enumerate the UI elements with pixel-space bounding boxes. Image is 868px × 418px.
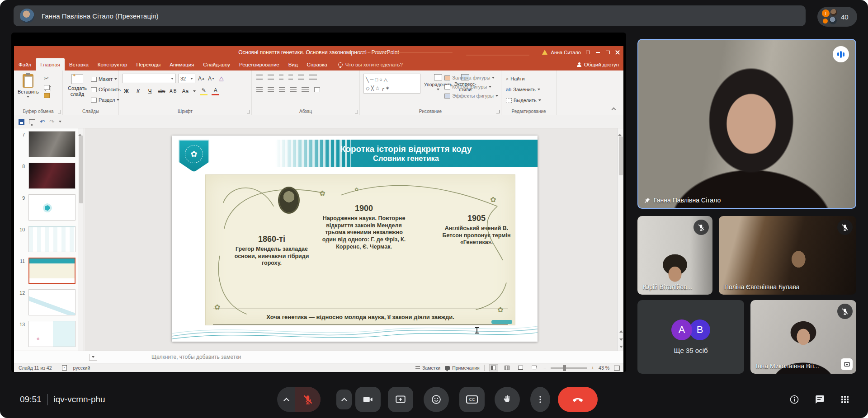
comments-toggle[interactable]: Примечания: [445, 365, 480, 371]
slide-thumbnail-row[interactable]: 11: [14, 257, 84, 286]
video-tile-polina[interactable]: Поліна Євгеніївна Булава: [719, 216, 856, 295]
copy-icon[interactable]: [44, 85, 50, 90]
format-painter-icon[interactable]: [44, 93, 50, 98]
slide-thumbnail-row[interactable]: 13: [14, 320, 84, 350]
video-tile-yurii[interactable]: Юрій Віталійов...: [637, 216, 712, 295]
present-button[interactable]: [388, 387, 413, 412]
more-options-button[interactable]: [530, 387, 550, 412]
strikethrough-button[interactable]: abc: [158, 87, 165, 95]
drawing-dialog-launcher[interactable]: [496, 110, 500, 113]
slide-12-thumbnail[interactable]: [28, 289, 75, 315]
collapse-ribbon-chevron[interactable]: [612, 108, 616, 112]
clear-formatting-icon[interactable]: ⧋: [217, 74, 225, 83]
slide-7-thumbnail[interactable]: [28, 131, 75, 157]
slide-editing-area[interactable]: ✿ Коротка історія відкриття коду Словник…: [85, 128, 618, 351]
slide-8-thumbnail[interactable]: [28, 163, 75, 189]
more-participants-tile[interactable]: A B Ще 35 осіб: [637, 300, 744, 374]
activities-button[interactable]: [840, 387, 850, 412]
camera-button[interactable]: [355, 387, 381, 412]
tab-insert[interactable]: Вставка: [65, 58, 93, 70]
font-size-select[interactable]: 32: [178, 74, 195, 83]
scroll-up-arrow[interactable]: [618, 128, 622, 136]
normal-view-button[interactable]: [489, 364, 498, 371]
tab-file[interactable]: Файл: [14, 58, 36, 70]
align-left-icon[interactable]: [256, 87, 263, 92]
slide-13-thumbnail[interactable]: [28, 321, 75, 347]
bold-button[interactable]: Ж: [123, 87, 130, 95]
video-tile-inna[interactable]: Інна Миколаївна Віт...: [750, 300, 856, 374]
slide-area-scrollbar[interactable]: [618, 128, 623, 351]
tab-animations[interactable]: Анимация: [165, 58, 198, 70]
zoom-level[interactable]: 43 %: [599, 365, 609, 371]
font-name-select[interactable]: [123, 74, 176, 83]
highlight-button[interactable]: ✎: [200, 87, 208, 95]
slide-thumbnail-row[interactable]: 8: [14, 162, 84, 192]
shape-fill-button[interactable]: Заливка фигуры: [444, 74, 498, 81]
mic-button-group[interactable]: [277, 387, 321, 412]
new-slide-button[interactable]: Создать слайд: [66, 74, 89, 97]
thumbnail-panel-scrollbar[interactable]: [78, 128, 84, 351]
font-color-button[interactable]: А: [212, 87, 219, 95]
next-slide-button[interactable]: [619, 338, 623, 341]
close-button[interactable]: [614, 50, 621, 55]
redo-icon[interactable]: ↷: [49, 118, 54, 125]
slide-thumbnail-row[interactable]: 9: [14, 193, 84, 223]
text-direction-icon[interactable]: [309, 75, 317, 80]
spellcheck-icon[interactable]: ×: [62, 365, 67, 371]
share-button[interactable]: Общий доступ: [577, 58, 619, 70]
slide-thumbnail-row[interactable]: 7: [14, 130, 84, 160]
tab-help[interactable]: Справка: [302, 58, 332, 70]
bullets-icon[interactable]: [256, 75, 263, 80]
tab-slideshow[interactable]: Слайд-шоу: [198, 58, 235, 70]
slide-10-thumbnail[interactable]: [28, 226, 75, 252]
camera-options-chevron[interactable]: [336, 390, 352, 409]
reactions-button[interactable]: [424, 387, 449, 412]
section-button[interactable]: Раздел: [91, 95, 121, 104]
tab-review[interactable]: Рецензирование: [235, 58, 284, 70]
underline-button[interactable]: Ч: [146, 87, 154, 95]
italic-button[interactable]: К: [134, 87, 142, 95]
zoom-out-button[interactable]: −: [543, 365, 546, 371]
decrease-indent-icon[interactable]: [279, 75, 283, 80]
ribbon-options-button[interactable]: [585, 50, 591, 55]
cut-icon[interactable]: ✂: [44, 75, 50, 82]
maximize-button[interactable]: [604, 50, 611, 55]
paragraph-dialog-launcher[interactable]: [355, 110, 358, 113]
slide-11-thumbnail-selected[interactable]: [28, 258, 75, 284]
tell-me-search[interactable]: Что вы хотите сделать?: [338, 58, 403, 70]
shape-effects-button[interactable]: Эффекты фигуры: [444, 92, 498, 99]
minimize-button[interactable]: [594, 50, 601, 55]
end-call-button[interactable]: [558, 387, 598, 412]
tab-design[interactable]: Конструктор: [93, 58, 132, 70]
scroll-up-arrow[interactable]: [78, 128, 82, 136]
current-slide[interactable]: ✿ Коротка історія відкриття коду Словник…: [172, 136, 538, 342]
clipboard-dialog-launcher[interactable]: [58, 110, 61, 113]
mic-muted-button[interactable]: [295, 387, 321, 412]
undo-icon[interactable]: ↶: [40, 118, 45, 125]
notes-bar[interactable]: Щелкните, чтобы добавить заметки: [14, 351, 623, 363]
captions-button[interactable]: CC: [459, 387, 485, 412]
align-right-icon[interactable]: [279, 87, 285, 92]
columns-icon[interactable]: [302, 87, 309, 92]
align-center-icon[interactable]: [268, 87, 274, 92]
notes-toggle[interactable]: Заметки: [415, 365, 440, 371]
save-icon[interactable]: [19, 119, 24, 125]
slideshow-from-start-icon[interactable]: [29, 119, 35, 124]
slide-thumbnail-row[interactable]: 12: [14, 288, 84, 318]
font-dialog-launcher[interactable]: [247, 110, 250, 113]
slideshow-view-button[interactable]: [530, 364, 539, 371]
tab-transitions[interactable]: Переходы: [132, 58, 165, 70]
qat-customize-caret[interactable]: [59, 121, 61, 122]
meeting-details-button[interactable]: [789, 387, 800, 412]
notes-collapse-button[interactable]: [89, 354, 97, 361]
shape-outline-button[interactable]: Контур фигуры: [444, 83, 498, 90]
grow-font-button[interactable]: А▲: [198, 74, 205, 83]
increase-indent-icon[interactable]: [288, 75, 293, 80]
layout-button[interactable]: Макет: [91, 75, 121, 84]
scrollbar-thumb[interactable]: [79, 136, 83, 203]
justify-icon[interactable]: [290, 87, 297, 92]
character-spacing-button[interactable]: АВ: [170, 87, 177, 95]
reset-button[interactable]: Сбросить: [91, 85, 121, 94]
chat-button[interactable]: [814, 387, 825, 412]
participants-pill[interactable]: І 40: [817, 7, 857, 27]
